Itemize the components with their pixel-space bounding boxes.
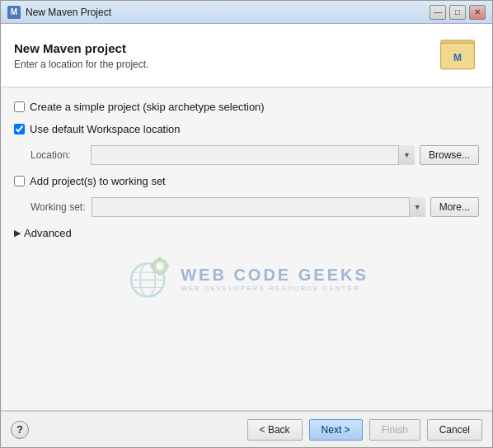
location-row: Location: ▼ Browse... (14, 145, 479, 165)
watermark-text-group: WEB CODE GEEKS WEB DEVELOPERS RESOURCE C… (181, 266, 369, 292)
advanced-row[interactable]: ▶ Advanced (14, 227, 479, 239)
svg-text:M: M (453, 52, 462, 64)
content-area: Create a simple project (skip archetype … (1, 87, 492, 410)
maven-icon: M (438, 35, 477, 75)
header-icon-area: M (436, 34, 479, 77)
working-set-field-label: Working set: (31, 201, 85, 213)
header-title: New Maven project (14, 41, 436, 55)
advanced-arrow-icon: ▶ (14, 228, 21, 238)
header-section: New Maven project Enter a location for t… (1, 24, 492, 87)
simple-project-checkbox[interactable] (14, 101, 25, 112)
location-dropdown-arrow[interactable]: ▼ (398, 145, 415, 165)
working-set-label[interactable]: Add project(s) to working set (30, 175, 166, 187)
svg-rect-10 (158, 257, 162, 261)
more-button[interactable]: More... (430, 197, 479, 217)
working-set-combo-wrapper: ▼ (92, 197, 425, 217)
footer: ? < Back Next > Finish Cancel (1, 411, 492, 447)
default-workspace-label[interactable]: Use default Workspace location (30, 123, 181, 135)
default-workspace-row: Use default Workspace location (14, 123, 479, 135)
advanced-label: Advanced (24, 227, 72, 239)
main-window: M New Maven Project — □ ✕ New Maven proj… (0, 0, 493, 448)
location-input[interactable] (91, 145, 415, 165)
window-icon: M (7, 6, 21, 19)
svg-rect-13 (166, 265, 169, 268)
minimize-button[interactable]: — (430, 5, 446, 20)
wcg-icon (124, 256, 174, 301)
watermark-subtitle: WEB DEVELOPERS RESOURCE CENTER (181, 285, 369, 292)
location-input-group: ▼ Browse... (91, 145, 479, 165)
working-set-checkbox[interactable] (14, 176, 25, 186)
svg-rect-11 (158, 272, 162, 276)
working-set-dropdown-arrow[interactable]: ▼ (409, 197, 425, 217)
title-bar: M New Maven Project — □ ✕ (1, 1, 492, 24)
watermark-title: WEB CODE GEEKS (181, 266, 369, 285)
simple-project-row: Create a simple project (skip archetype … (14, 101, 479, 113)
cancel-button[interactable]: Cancel (427, 419, 482, 441)
simple-project-label[interactable]: Create a simple project (skip archetype … (30, 101, 265, 113)
browse-button[interactable]: Browse... (420, 145, 479, 165)
back-button[interactable]: < Back (247, 419, 303, 441)
window-title: New Maven Project (26, 7, 430, 18)
header-text: New Maven project Enter a location for t… (14, 41, 436, 70)
watermark-logo: WEB CODE GEEKS WEB DEVELOPERS RESOURCE C… (124, 256, 369, 301)
finish-button[interactable]: Finish (369, 419, 420, 441)
next-button[interactable]: Next > (309, 419, 363, 441)
working-set-checkbox-row: Add project(s) to working set (14, 175, 479, 187)
maximize-button[interactable]: □ (449, 5, 466, 20)
default-workspace-checkbox[interactable] (14, 124, 25, 134)
working-set-input-group: ▼ More... (92, 197, 479, 217)
close-button[interactable]: ✕ (469, 5, 486, 20)
help-button[interactable]: ? (11, 421, 29, 439)
svg-rect-12 (151, 265, 154, 268)
header-subtitle: Enter a location for the project. (14, 59, 436, 70)
working-set-input[interactable] (92, 197, 425, 217)
svg-point-9 (156, 262, 163, 270)
window-controls: — □ ✕ (430, 5, 486, 20)
location-combo-wrapper: ▼ (91, 145, 415, 165)
location-label: Location: (31, 149, 84, 161)
watermark-area: WEB CODE GEEKS WEB DEVELOPERS RESOURCE C… (14, 256, 479, 301)
working-set-row: Working set: ▼ More... (14, 197, 479, 217)
